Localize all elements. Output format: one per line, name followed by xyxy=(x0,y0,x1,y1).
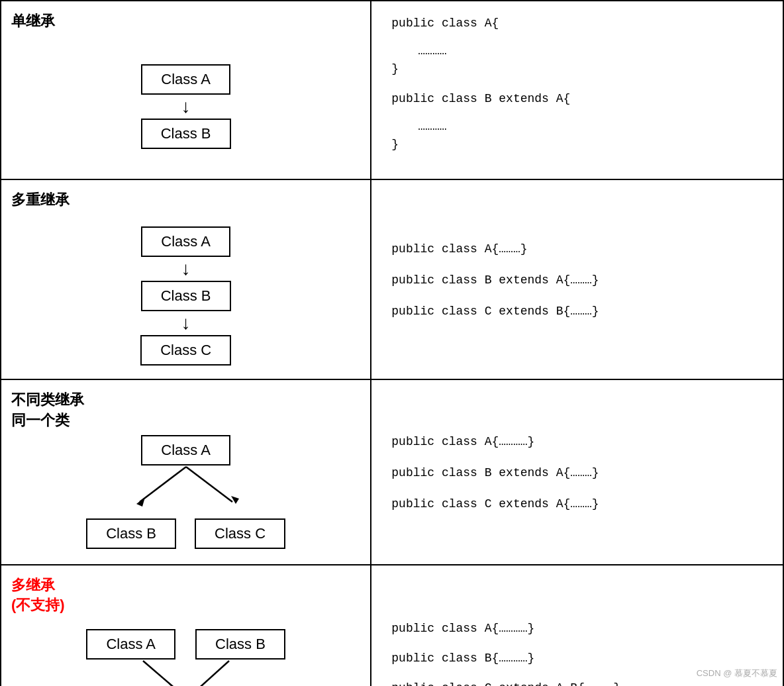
code-s4-1: public class A{…………} xyxy=(391,620,763,638)
class-box-c-s3: Class C xyxy=(195,518,285,549)
class-box-b-s4: Class B xyxy=(195,629,285,660)
single-inheritance-diagram-cell: 单继承 Class A ↓ Class B xyxy=(1,1,371,179)
row-multi-inheritance: 多继承 (不支持) Class A Class B Class C xyxy=(1,565,783,686)
code-s2-3: public class C extends B{………} xyxy=(391,303,763,320)
code-s1-6: } xyxy=(391,136,763,154)
class-box-a-s1: Class A xyxy=(141,64,230,95)
multi-diagram-cell: 多继承 (不支持) Class A Class B Class C xyxy=(1,565,371,686)
class-box-a-s3: Class A xyxy=(141,435,230,466)
class-box-b-s3: Class B xyxy=(86,518,176,549)
single-inheritance-label: 单继承 xyxy=(11,11,55,31)
code-s1-2: ………… xyxy=(391,44,763,58)
code-s3-2: public class B extends A{………} xyxy=(391,464,763,482)
row-single-inheritance: 单继承 Class A ↓ Class B public class A{ ……… xyxy=(1,1,783,179)
code-s1-5: ………… xyxy=(391,120,763,133)
fork-label: 不同类继承 同一个类 xyxy=(11,390,84,431)
merge-diagram: Class A Class B Class C xyxy=(8,629,364,687)
svg-marker-1 xyxy=(136,497,145,507)
code-s1-3: } xyxy=(391,60,763,78)
multi-label: 多继承 (不支持) xyxy=(11,575,65,615)
fork-svg-arrows xyxy=(100,466,272,518)
code-s2-1: public class A{………} xyxy=(391,240,763,258)
single-diagram: Class A ↓ Class B xyxy=(8,64,364,149)
fork-diagram: Class A Class B Class C xyxy=(8,435,364,549)
class-box-b-s2: Class B xyxy=(141,281,231,311)
multi-chain-label: 多重继承 xyxy=(11,190,70,210)
fork-code-cell: public class A{…………} public class B exte… xyxy=(371,379,783,565)
merge-top-boxes: Class A Class B xyxy=(86,629,285,660)
code-s1-1: public class A{ xyxy=(391,15,763,32)
arrow-down-s2-2: ↓ xyxy=(181,311,191,335)
arrow-down-s1: ↓ xyxy=(181,95,191,119)
code-s1-4: public class B extends A{ xyxy=(391,90,763,108)
fork-diagram-cell: 不同类继承 同一个类 Class A Class B Class C xyxy=(1,379,371,565)
watermark: CSDN @ 慕夏不慕夏 xyxy=(697,667,777,679)
class-box-b-s1: Class B xyxy=(141,119,231,149)
chain-diagram: Class A ↓ Class B ↓ Class C xyxy=(8,226,364,366)
fork-bottom-boxes: Class B Class C xyxy=(86,518,285,549)
svg-line-6 xyxy=(188,661,229,687)
svg-marker-3 xyxy=(231,496,239,504)
svg-line-0 xyxy=(140,467,186,502)
single-inheritance-code-cell: public class A{ ………… } public class B ex… xyxy=(371,1,783,179)
row-multi-chain-inheritance: 多重继承 Class A ↓ Class B ↓ Class C public … xyxy=(1,179,783,379)
svg-line-4 xyxy=(143,661,186,687)
class-box-a-s4: Class A xyxy=(86,629,175,660)
main-table: 单继承 Class A ↓ Class B public class A{ ……… xyxy=(0,0,784,686)
code-s4-3: public class C extends A,B{…………} xyxy=(391,679,763,686)
merge-svg-arrows xyxy=(93,660,279,687)
class-box-c-s2: Class C xyxy=(140,335,231,366)
row-fork-inheritance: 不同类继承 同一个类 Class A Class B Class C xyxy=(1,379,783,565)
code-s2-2: public class B extends A{………} xyxy=(391,271,763,289)
class-box-a-s2: Class A xyxy=(141,226,230,257)
code-s4-2: public class B{…………} xyxy=(391,650,763,667)
multi-chain-diagram-cell: 多重继承 Class A ↓ Class B ↓ Class C xyxy=(1,179,371,379)
code-s3-3: public class C extends A{………} xyxy=(391,495,763,513)
code-s3-1: public class A{…………} xyxy=(391,433,763,451)
svg-line-2 xyxy=(186,467,232,502)
arrow-down-s2-1: ↓ xyxy=(181,257,191,281)
multi-chain-code-cell: public class A{………} public class B exten… xyxy=(371,179,783,379)
